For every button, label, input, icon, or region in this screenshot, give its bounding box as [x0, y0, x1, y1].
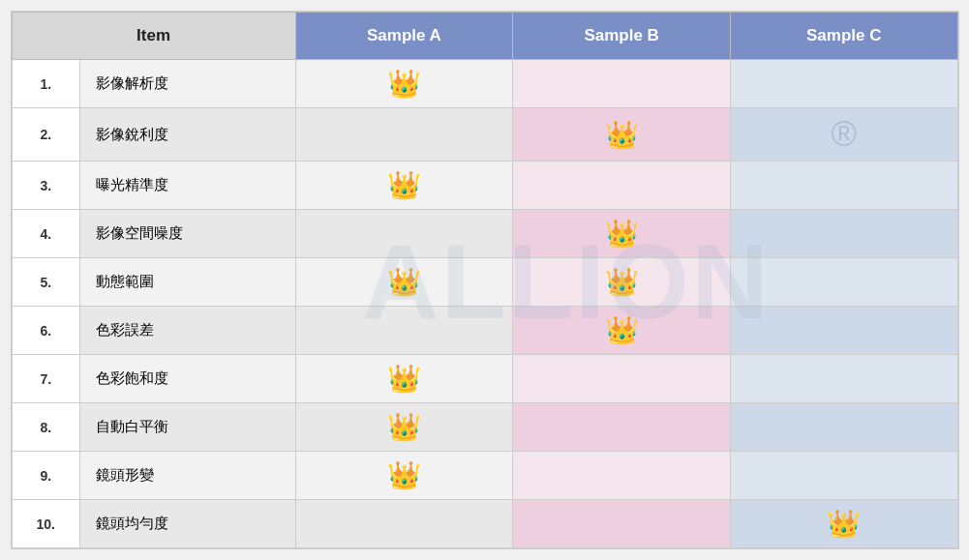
header-sample-c: Sample C: [730, 13, 957, 60]
sample-b-cell: [513, 500, 731, 548]
table-row: 2.影像銳利度👑®: [12, 108, 957, 162]
sample-a-cell: [295, 307, 513, 355]
row-label: 動態範圍: [80, 258, 296, 307]
table-row: 10.鏡頭均勻度👑: [12, 500, 957, 548]
table-header-row: Item Sample A Sample B Sample C: [12, 13, 957, 60]
row-label: 色彩誤差: [80, 307, 296, 355]
table-row: 6.色彩誤差👑: [12, 307, 957, 355]
row-number: 10.: [12, 500, 80, 548]
sample-c-cell: [730, 307, 957, 355]
header-sample-b: Sample B: [513, 13, 731, 60]
sample-b-cell: 👑: [513, 258, 731, 307]
sample-c-cell: [730, 60, 957, 108]
sample-b-cell: [513, 403, 731, 452]
sample-c-cell: [730, 452, 957, 500]
crown-icon: 👑: [387, 169, 421, 201]
crown-icon: 👑: [605, 218, 639, 250]
sample-c-cell: 👑: [730, 500, 957, 548]
sample-c-cell: [730, 258, 957, 307]
header-sample-a: Sample A: [295, 13, 513, 60]
header-item: Item: [12, 13, 295, 60]
sample-a-cell: [295, 108, 513, 162]
row-label: 鏡頭形變: [80, 452, 296, 500]
table-row: 5.動態範圍👑👑: [12, 258, 957, 307]
row-label: 鏡頭均勻度: [80, 500, 296, 548]
sample-b-cell: 👑: [513, 210, 731, 258]
sample-b-cell: [513, 355, 731, 403]
row-number: 6.: [12, 307, 80, 355]
row-number: 9.: [12, 452, 80, 500]
registered-icon: ®: [831, 114, 857, 154]
crown-icon: 👑: [605, 314, 639, 346]
sample-a-cell: 👑: [295, 403, 513, 452]
table-row: 3.曝光精準度👑: [12, 162, 957, 210]
comparison-table-wrapper: ALLION Item Sample A Sample B Sample C 1…: [11, 11, 959, 549]
table-row: 4.影像空間噪度👑: [12, 210, 957, 258]
row-label: 色彩飽和度: [80, 355, 296, 403]
sample-b-cell: [513, 162, 731, 210]
crown-icon: 👑: [605, 119, 639, 151]
sample-c-cell: ®: [730, 108, 957, 162]
crown-icon: 👑: [387, 266, 421, 298]
row-number: 8.: [12, 403, 80, 452]
crown-icon: 👑: [605, 266, 639, 298]
row-number: 1.: [12, 60, 80, 108]
sample-a-cell: 👑: [295, 355, 513, 403]
row-label: 影像空間噪度: [80, 210, 296, 258]
sample-b-cell: [513, 452, 731, 500]
row-number: 4.: [12, 210, 80, 258]
crown-icon: 👑: [387, 411, 421, 443]
sample-b-cell: 👑: [513, 108, 731, 162]
row-number: 5.: [12, 258, 80, 307]
sample-a-cell: [295, 210, 513, 258]
sample-b-cell: 👑: [513, 307, 731, 355]
sample-a-cell: 👑: [295, 258, 513, 307]
row-label: 影像解析度: [80, 60, 296, 108]
row-label: 影像銳利度: [80, 108, 296, 162]
sample-c-cell: [730, 162, 957, 210]
sample-c-cell: [730, 355, 957, 403]
table-row: 1.影像解析度👑: [12, 60, 957, 108]
sample-a-cell: 👑: [295, 60, 513, 108]
row-number: 3.: [12, 162, 80, 210]
crown-icon: 👑: [387, 363, 421, 395]
sample-c-cell: [730, 403, 957, 452]
sample-a-cell: [295, 500, 513, 548]
sample-b-cell: [513, 60, 731, 108]
crown-icon: 👑: [387, 68, 421, 100]
sample-c-cell: [730, 210, 957, 258]
row-number: 7.: [12, 355, 80, 403]
table-row: 7.色彩飽和度👑: [12, 355, 957, 403]
sample-a-cell: 👑: [295, 162, 513, 210]
row-number: 2.: [12, 108, 80, 162]
crown-icon: 👑: [827, 508, 861, 540]
comparison-table: Item Sample A Sample B Sample C 1.影像解析度👑…: [12, 12, 958, 548]
table-row: 8.自動白平衡👑: [12, 403, 957, 452]
crown-icon: 👑: [387, 459, 421, 491]
sample-a-cell: 👑: [295, 452, 513, 500]
table-row: 9.鏡頭形變👑: [12, 452, 957, 500]
row-label: 自動白平衡: [80, 403, 296, 452]
row-label: 曝光精準度: [80, 162, 296, 210]
